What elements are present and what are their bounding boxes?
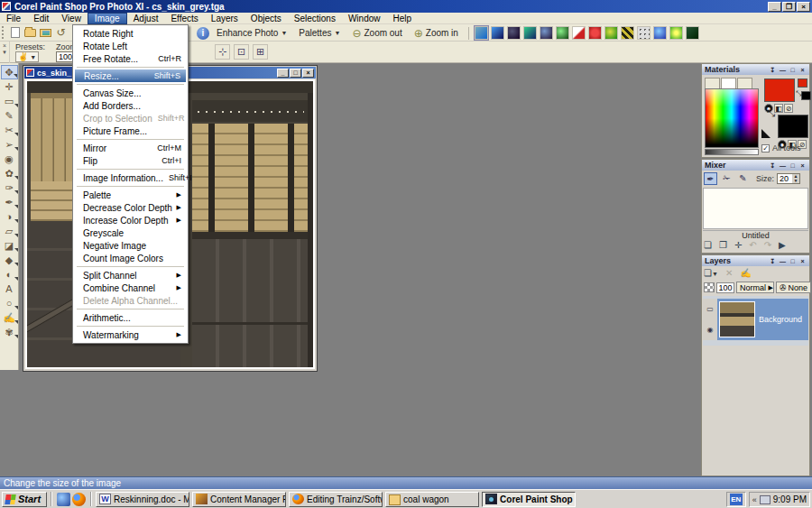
background-eraser-tool[interactable]: ◪: [1, 238, 18, 253]
effect-icon[interactable]: [621, 26, 634, 40]
effect-icon[interactable]: [604, 26, 618, 40]
menu-item-canvas-size[interactable]: Canvas Size...: [74, 87, 187, 99]
effect-icon[interactable]: [669, 26, 683, 40]
text-tool[interactable]: A: [1, 282, 18, 296]
menu-image[interactable]: Image: [88, 13, 127, 24]
menu-item-negative-image[interactable]: Negative Image: [74, 239, 187, 252]
menu-window[interactable]: Window: [342, 13, 387, 24]
pick-tool[interactable]: ➢: [1, 137, 18, 152]
menu-effects[interactable]: Effects: [164, 13, 204, 24]
mixer-panel-header[interactable]: Mixer ↧ — □ ×: [702, 160, 809, 171]
actual-size-button[interactable]: ⊞: [253, 44, 268, 60]
task-coal-wagon-folder[interactable]: coal wagon: [385, 492, 479, 507]
enhance-photo-button[interactable]: Enhance Photo ▼: [212, 27, 291, 39]
quick-launch-desktop-icon[interactable]: [57, 493, 70, 506]
menu-item-image-information[interactable]: Image Information...Shift+I: [74, 171, 187, 184]
maximize-icon[interactable]: □: [789, 66, 797, 74]
warp-brush-tool[interactable]: ✾: [1, 325, 18, 339]
effect-icon[interactable]: [523, 26, 537, 40]
close-icon[interactable]: ×: [798, 162, 807, 170]
close-icon[interactable]: ×: [797, 2, 810, 12]
restore-icon[interactable]: ❐: [782, 2, 796, 12]
close-icon[interactable]: ×: [798, 257, 807, 265]
minimize-icon[interactable]: —: [779, 162, 787, 170]
link-set-button[interactable]: ✇ None: [776, 282, 811, 293]
fit-window-button[interactable]: ⊡: [234, 44, 249, 60]
learning-center-button[interactable]: i: [197, 27, 209, 40]
mixer-knife-tool[interactable]: ✁: [720, 172, 734, 185]
language-indicator[interactable]: EN: [726, 492, 746, 507]
visibility-eye-icon[interactable]: ◉: [707, 326, 714, 334]
task-reskinning-doc[interactable]: W Reskinning.doc - Microso...: [96, 492, 189, 507]
menu-item-greyscale[interactable]: Greyscale: [74, 226, 187, 239]
maximize-icon[interactable]: □: [789, 162, 797, 170]
background-color-swatch[interactable]: [778, 115, 808, 138]
swap-materials-icon[interactable]: ⤡: [767, 107, 775, 119]
mixer-brush-tool[interactable]: ✒: [704, 172, 717, 185]
gradient-style-icon[interactable]: ◧: [774, 104, 783, 113]
menu-item-decrease-color-depth[interactable]: Decrease Color Depth▶: [74, 201, 187, 214]
layer-thumbnail[interactable]: [719, 301, 755, 337]
color-replacer-tool[interactable]: ◑: [1, 209, 18, 224]
menu-item-combine-channel[interactable]: Combine Channel▶: [74, 282, 187, 294]
background-mini-swatch[interactable]: [801, 91, 811, 100]
clone-brush-tool[interactable]: ✑: [1, 180, 18, 195]
task-firefox[interactable]: Editing Trainz/Software ...: [289, 492, 383, 507]
pen-tool[interactable]: ✍: [1, 310, 18, 325]
start-button[interactable]: Start: [2, 492, 47, 507]
new-layer-button[interactable]: ❏▼: [704, 268, 718, 278]
mixer-canvas[interactable]: [703, 188, 808, 229]
color-picker-map[interactable]: [705, 88, 759, 148]
materials-panel-header[interactable]: Materials ↧ — □ ×: [702, 64, 809, 75]
menu-item-split-channel[interactable]: Split Channel▶: [74, 269, 187, 282]
maximize-icon[interactable]: □: [789, 257, 797, 265]
menu-item-picture-frame[interactable]: Picture Frame...: [74, 125, 187, 137]
move-tool[interactable]: ✛: [1, 79, 18, 94]
tab-rainbow[interactable]: [721, 78, 736, 88]
texture-toggle-icon[interactable]: [761, 129, 770, 138]
task-paint-shop-pro[interactable]: Corel Paint Shop Pro ...: [482, 492, 576, 507]
mixer-navigate-button[interactable]: ✛: [734, 240, 742, 250]
menu-edit[interactable]: Edit: [27, 13, 55, 24]
swap-colors-icon[interactable]: ⤡: [796, 89, 801, 98]
effect-icon[interactable]: [475, 26, 488, 40]
maximize-icon[interactable]: □: [290, 69, 301, 78]
all-tools-checkbox[interactable]: ✓: [761, 144, 770, 152]
makeover-tool[interactable]: ✿: [1, 166, 18, 180]
tab-frame[interactable]: [705, 78, 720, 88]
transparent-style-icon[interactable]: ⊘: [784, 104, 793, 113]
paint-brush-tool[interactable]: ✒: [1, 195, 18, 209]
quick-launch-firefox-icon[interactable]: [72, 493, 86, 506]
menu-layers[interactable]: Layers: [205, 13, 245, 24]
language-code[interactable]: EN: [730, 494, 743, 505]
open-button[interactable]: [23, 25, 38, 40]
new-button[interactable]: [7, 25, 23, 40]
edit-selection-button[interactable]: ✍: [740, 268, 751, 278]
mixer-dropper-tool[interactable]: ✎: [736, 172, 750, 185]
menu-help[interactable]: Help: [386, 13, 418, 24]
menu-item-arithmetic[interactable]: Arithmetic...: [74, 311, 187, 324]
twain-button[interactable]: ↺: [53, 25, 69, 40]
preset-shape-tool[interactable]: ○: [1, 296, 18, 310]
menu-item-free-rotate[interactable]: Free Rotate...Ctrl+R: [74, 52, 187, 65]
layers-panel-header[interactable]: Layers ↧ — □ ×: [702, 255, 809, 266]
grayscale-strip[interactable]: [705, 149, 759, 155]
pin-icon[interactable]: ↧: [769, 162, 777, 170]
menu-item-watermarking[interactable]: Watermarking▶: [74, 328, 187, 341]
blend-mode-dropdown[interactable]: Normal ▶: [736, 282, 774, 293]
foreground-mini-swatch[interactable]: [798, 79, 807, 88]
minimize-icon[interactable]: —: [779, 66, 787, 74]
effect-icon[interactable]: [588, 26, 602, 40]
browse-button[interactable]: [38, 25, 53, 40]
minimize-icon[interactable]: _: [277, 69, 289, 78]
effect-icon[interactable]: [491, 26, 504, 40]
dropper-tool[interactable]: ✎: [1, 108, 18, 123]
palette-handle[interactable]: ×▾: [0, 42, 10, 63]
zoom-in-button[interactable]: ⊕ Zoom in: [410, 26, 463, 41]
menu-item-flip[interactable]: FlipCtrl+I: [74, 154, 187, 167]
effect-icon[interactable]: [540, 26, 553, 40]
lighten-darken-tool[interactable]: ◐: [1, 267, 18, 282]
mixer-load-page-button[interactable]: ❐: [719, 240, 727, 250]
zoom-out-button[interactable]: ⊖ Zoom out: [347, 26, 406, 41]
selection-tool[interactable]: ▭: [1, 94, 18, 108]
